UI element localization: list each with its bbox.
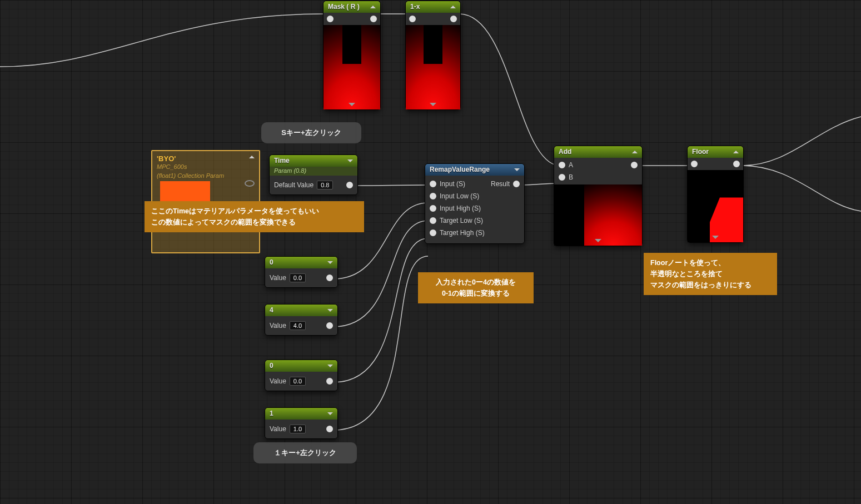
comment-line: 0-1の範囲に変換する (425, 288, 527, 299)
node-title: 0 (270, 362, 273, 370)
node-mask[interactable]: Mask ( R ) (323, 1, 381, 110)
pin-input[interactable]: Input (S) (430, 180, 465, 188)
node-time[interactable]: Time Param (0.8) Default Value 0.8 (269, 154, 358, 195)
expand-icon[interactable] (327, 412, 333, 415)
node-preview (688, 170, 743, 242)
node-title: RemapValueRange (430, 166, 490, 173)
frame-subtitle-2: (float1) Collection Param (152, 172, 259, 181)
node-floor[interactable]: Floor (687, 146, 744, 243)
node-constant-0b[interactable]: 0 Value0.0 (265, 360, 338, 391)
comment-line: マスクの範囲をはっきりにする (650, 280, 770, 291)
frame-title: 'BYO' (152, 151, 259, 163)
expand-icon[interactable] (347, 159, 353, 162)
default-value-input[interactable]: 0.8 (317, 181, 333, 189)
expand-icon[interactable] (327, 309, 333, 312)
output-pin[interactable] (450, 16, 457, 22)
node-title: Time (274, 157, 290, 164)
output-pin[interactable] (370, 16, 377, 22)
input-pin[interactable] (327, 16, 334, 22)
node-header[interactable]: Floor (688, 146, 743, 158)
node-title: 4 (270, 306, 273, 314)
expand-icon[interactable] (327, 261, 333, 264)
value-input[interactable]: 0.0 (290, 273, 306, 282)
collapse-icon[interactable] (370, 6, 376, 8)
node-remap-value-range[interactable]: RemapValueRange Input (S) Result Input L… (425, 163, 525, 244)
graph-canvas[interactable]: Mask ( R ) 1-x Sキー+左クリック 'BYO' MPC_600s … (0, 0, 861, 504)
comment-line: 半透明なところを捨て (650, 268, 770, 280)
node-title: 1-x (410, 3, 420, 11)
bubble-text: １キー+左クリック (274, 448, 336, 457)
node-constant-1[interactable]: 1 Value1.0 (265, 407, 338, 439)
comment-line: 入力された0ー4の数値を (425, 277, 527, 288)
value-label: Value (270, 322, 286, 330)
pin-input-low[interactable]: Input Low (S) (430, 192, 479, 200)
comment-line: この数値によってマスクの範囲を変換できる (151, 217, 357, 228)
input-pin[interactable] (691, 161, 698, 167)
value-label: Value (270, 377, 286, 385)
input-pin[interactable] (409, 16, 416, 22)
node-title: Floor (692, 148, 709, 156)
node-preview (406, 25, 460, 109)
expand-icon[interactable] (327, 365, 333, 367)
node-preview (554, 184, 642, 246)
node-header[interactable]: RemapValueRange (425, 164, 524, 176)
output-pin[interactable] (326, 426, 333, 432)
node-header[interactable]: 1-x (406, 1, 460, 13)
visibility-icon[interactable] (245, 180, 255, 187)
output-pin[interactable] (346, 182, 353, 188)
output-pin[interactable] (733, 161, 740, 167)
node-add[interactable]: Add A B (554, 146, 643, 246)
node-constant-4[interactable]: 4 Value4.0 (265, 304, 338, 336)
comment-floor[interactable]: Floorノートを使って、 半透明なところを捨て マスクの範囲をはっきりにする (644, 253, 777, 295)
expand-icon[interactable] (514, 168, 520, 171)
node-constant-0a[interactable]: 0 Value0.0 (265, 256, 338, 288)
collapse-icon[interactable] (733, 151, 739, 153)
output-pin[interactable] (326, 378, 333, 385)
value-input[interactable]: 0.0 (290, 377, 306, 386)
output-pin[interactable] (631, 162, 638, 168)
pin-a[interactable]: A (559, 161, 573, 169)
node-title: 1 (270, 410, 273, 417)
collapse-icon[interactable] (632, 151, 638, 153)
comment-line: ここのTimeはマテリアルパラメータを使ってもいい (151, 206, 357, 217)
pin-input-high[interactable]: Input High (S) (430, 204, 481, 212)
output-pin[interactable] (326, 322, 333, 329)
comment-bubble-onekey[interactable]: １キー+左クリック (253, 442, 357, 463)
node-subtitle: Param (0.8) (270, 167, 357, 176)
comment-remap[interactable]: 入力された0ー4の数値を 0-1の範囲に変換する (418, 272, 534, 303)
frame-subtitle-1: MPC_600s (152, 163, 259, 172)
output-pin[interactable] (326, 275, 333, 281)
collapse-icon[interactable] (450, 6, 456, 8)
comment-line: Floorノートを使って、 (650, 257, 770, 268)
node-preview (324, 25, 380, 109)
comment-bubble-skey[interactable]: Sキー+左クリック (261, 122, 361, 143)
pin-target-low[interactable]: Target Low (S) (430, 217, 483, 224)
node-header[interactable]: Add (554, 146, 642, 158)
node-title: 0 (270, 258, 273, 266)
bubble-text: Sキー+左クリック (281, 128, 341, 137)
node-header[interactable]: Time (270, 155, 357, 167)
pin-result[interactable]: Result (491, 180, 520, 188)
node-title: Add (559, 148, 571, 156)
node-header[interactable]: Mask ( R ) (324, 1, 380, 13)
value-label: Value (270, 425, 286, 433)
comment-time[interactable]: ここのTimeはマテリアルパラメータを使ってもいい この数値によってマスクの範囲… (145, 201, 364, 232)
node-title: Mask ( R ) (328, 3, 360, 11)
collapse-icon[interactable] (249, 156, 255, 158)
pin-b[interactable]: B (559, 173, 573, 181)
value-input[interactable]: 4.0 (290, 321, 306, 330)
pin-target-high[interactable]: Target High (S) (430, 229, 485, 237)
value-label: Value (270, 274, 286, 282)
value-input[interactable]: 1.0 (290, 425, 306, 433)
default-value-label: Default Value (274, 181, 313, 189)
node-one-minus-x[interactable]: 1-x (405, 1, 461, 110)
